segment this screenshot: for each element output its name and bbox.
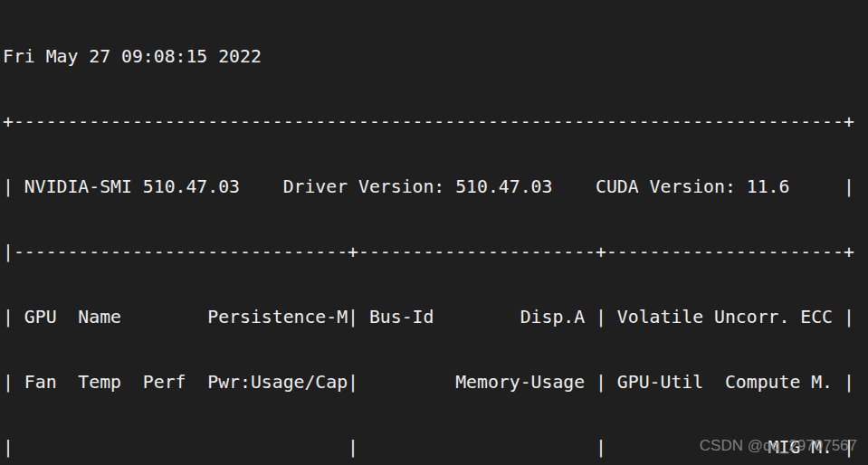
terminal-output: Fri May 27 09:08:15 2022 +--------------… — [0, 0, 854, 465]
smi-version-header: | NVIDIA-SMI 510.47.03 Driver Version: 5… — [3, 176, 854, 198]
gpu-table-top-border: +---------------------------------------… — [3, 111, 854, 133]
timestamp: Fri May 27 09:08:15 2022 — [3, 46, 854, 68]
watermark: CSDN @qq_29707567 — [700, 438, 857, 453]
gpu-table-column-headers-row-2: | Fan Temp Perf Pwr:Usage/Cap| Memory-Us… — [3, 372, 854, 394]
gpu-table-column-headers-row-1: | GPU Name Persistence-M| Bus-Id Disp.A … — [3, 307, 854, 328]
gpu-table-header-divider: |-------------------------------+-------… — [3, 242, 854, 263]
